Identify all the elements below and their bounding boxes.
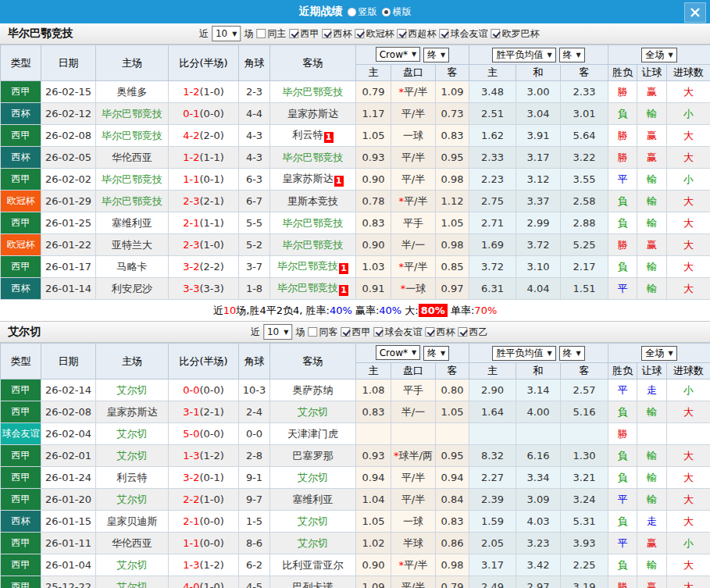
team-label: 塞维利亚 bbox=[293, 494, 334, 505]
live-star-icon: * bbox=[399, 261, 405, 273]
checkbox-checked-icon[interactable] bbox=[355, 29, 364, 38]
score-cell: 1-2(1-1) bbox=[169, 147, 239, 169]
match-row: 西甲26-02-08皇家苏斯达3-1(2-1)2-4艾尔切0.83半/一1.05… bbox=[1, 401, 710, 423]
checkbox-unchecked-icon[interactable] bbox=[308, 327, 317, 337]
league-checkbox[interactable]: 西甲 bbox=[341, 326, 370, 339]
score-cell: 1-3(1-2) bbox=[169, 445, 239, 467]
checkbox-checked-icon[interactable] bbox=[289, 29, 298, 38]
checkbox-checked-icon[interactable] bbox=[458, 327, 467, 337]
date-cell: 25-12-22 bbox=[41, 576, 96, 588]
mean-home-cell: 3.17 bbox=[469, 554, 516, 576]
match-type-cell: 西杯 bbox=[1, 511, 41, 533]
mean-draw-cell: 3.34 bbox=[516, 467, 561, 489]
same-venue-checkbox[interactable]: 同主 bbox=[256, 27, 286, 41]
radio-unselected-icon[interactable] bbox=[348, 8, 356, 16]
scope-select[interactable]: 全场▼ bbox=[641, 346, 676, 361]
result-cell: 負 bbox=[608, 191, 637, 212]
odds-away-cell bbox=[436, 423, 469, 445]
result-cell: 負 bbox=[608, 103, 637, 125]
league-checkbox[interactable]: 西乙 bbox=[458, 326, 487, 339]
league-checkbox-label: 西甲 bbox=[300, 27, 319, 41]
fulltime-score: 4-0 bbox=[183, 581, 199, 588]
goals-result-cell: 大 bbox=[667, 278, 710, 300]
home-team-cell: 毕尔巴鄂竞技 bbox=[96, 125, 169, 147]
scope-select-value: 全场 bbox=[645, 48, 664, 62]
mean-away-cell: 3.55 bbox=[561, 169, 608, 191]
handicap-cell: 平/半 bbox=[391, 489, 436, 511]
team-label: 亚特兰大 bbox=[112, 239, 152, 251]
checkbox-checked-icon[interactable] bbox=[341, 327, 350, 337]
layout-radio-horizontal[interactable]: 横版 bbox=[382, 5, 412, 19]
radio-selected-icon[interactable] bbox=[382, 8, 391, 16]
handicap-cell: 平/半 bbox=[391, 169, 436, 191]
mean-home-cell: 2.39 bbox=[469, 489, 516, 511]
team-label: 艾尔切 bbox=[117, 384, 148, 396]
result-cell: 平 bbox=[608, 489, 637, 511]
checkbox-unchecked-icon[interactable] bbox=[256, 29, 266, 38]
vertical-radio-label[interactable]: 竖版 bbox=[359, 5, 377, 19]
sub-column-header: 客 bbox=[561, 65, 608, 81]
handicap-cell: 一球 bbox=[391, 511, 436, 533]
match-type-cell: 西甲 bbox=[1, 212, 41, 234]
column-header: 主场 bbox=[96, 344, 169, 380]
column-header: 类型 bbox=[1, 344, 41, 380]
live-star-icon: * bbox=[399, 195, 405, 207]
league-checkbox[interactable]: 西杯 bbox=[322, 27, 351, 41]
mean-final-select[interactable]: 终▼ bbox=[559, 346, 585, 361]
league-checkbox[interactable]: 球会友谊 bbox=[439, 27, 487, 41]
match-type-cell: 球会友谊 bbox=[1, 423, 41, 445]
checkbox-checked-icon[interactable] bbox=[425, 327, 434, 337]
league-checkbox[interactable]: 西超杯 bbox=[397, 27, 436, 41]
column-header: 日期 bbox=[41, 344, 96, 380]
team-label: 艾尔切 bbox=[117, 494, 148, 505]
mean-draw-cell: 3.42 bbox=[516, 554, 561, 576]
mean-draw-cell: 3.09 bbox=[516, 489, 561, 511]
handicap-cell: 平手 bbox=[391, 380, 436, 401]
goals-result-cell: 小 bbox=[667, 103, 710, 125]
games-count-select[interactable]: 10▼ bbox=[212, 26, 241, 41]
checkbox-checked-icon[interactable] bbox=[373, 327, 383, 337]
handicap-cell: 半/一 bbox=[391, 234, 436, 256]
mean-home-cell: 2.90 bbox=[469, 380, 516, 401]
close-icon bbox=[690, 8, 700, 17]
league-checkbox[interactable]: 欧冠杯 bbox=[355, 27, 394, 41]
handicap-cell: *平/半 bbox=[391, 191, 436, 212]
same-venue-checkbox[interactable]: 同客 bbox=[308, 326, 337, 339]
mean-select[interactable]: 胜平负均值▼ bbox=[492, 48, 555, 62]
odds-final-select[interactable]: 终▼ bbox=[423, 48, 449, 62]
date-cell: 26-01-04 bbox=[41, 554, 96, 576]
odds-group-header: Crow*▼终▼ bbox=[356, 344, 469, 363]
checkbox-checked-icon[interactable] bbox=[439, 29, 448, 38]
layout-radio-vertical[interactable]: 竖版 bbox=[348, 5, 377, 19]
mean-final-select[interactable]: 终▼ bbox=[559, 48, 585, 62]
scope-select[interactable]: 全场▼ bbox=[641, 48, 676, 62]
odds-home-cell: 1.08 bbox=[356, 380, 391, 401]
league-checkbox[interactable]: 球会友谊 bbox=[373, 326, 422, 339]
corners-cell: 2-3 bbox=[239, 81, 270, 103]
league-checkbox[interactable]: 欧罗巴杯 bbox=[491, 27, 539, 41]
mean-draw-cell: 4.03 bbox=[516, 511, 561, 533]
league-checkbox[interactable]: 西甲 bbox=[289, 27, 319, 41]
column-header: 客场 bbox=[270, 45, 356, 81]
mean-select[interactable]: 胜平负均值▼ bbox=[492, 346, 555, 361]
games-count-select[interactable]: 10▼ bbox=[263, 324, 292, 340]
horizontal-radio-label[interactable]: 横版 bbox=[393, 5, 412, 19]
odds-company-select[interactable]: Crow*▼ bbox=[376, 47, 420, 62]
sub-column-header: 盘口 bbox=[391, 65, 436, 81]
mean-draw-cell: 6.16 bbox=[516, 445, 561, 467]
handicap-cell: 平/半 bbox=[391, 103, 436, 125]
chevron-down-icon: ▼ bbox=[576, 350, 581, 357]
team-label: 艾尔切 bbox=[298, 515, 328, 527]
odds-company-select[interactable]: Crow*▼ bbox=[376, 345, 420, 360]
checkbox-checked-icon[interactable] bbox=[491, 29, 500, 38]
checkbox-checked-icon[interactable] bbox=[322, 29, 331, 38]
chevron-down-icon: ▼ bbox=[547, 350, 551, 357]
league-checkbox[interactable]: 西杯 bbox=[425, 326, 455, 339]
close-button[interactable] bbox=[684, 2, 706, 23]
halftime-score: (3-3) bbox=[199, 283, 223, 294]
odds-away-cell: 0.85 bbox=[436, 256, 469, 278]
matches-table: 类型日期主场比分(半场)角球客场Crow*▼终▼胜平负均值▼终▼全场▼主盘口客主… bbox=[0, 343, 710, 588]
sections-container: 毕尔巴鄂竞技近10▼场同主西甲西杯欧冠杯西超杯球会友谊欧罗巴杯类型日期主场比分(… bbox=[0, 23, 710, 588]
checkbox-checked-icon[interactable] bbox=[397, 29, 406, 38]
odds-final-select[interactable]: 终▼ bbox=[423, 346, 449, 361]
